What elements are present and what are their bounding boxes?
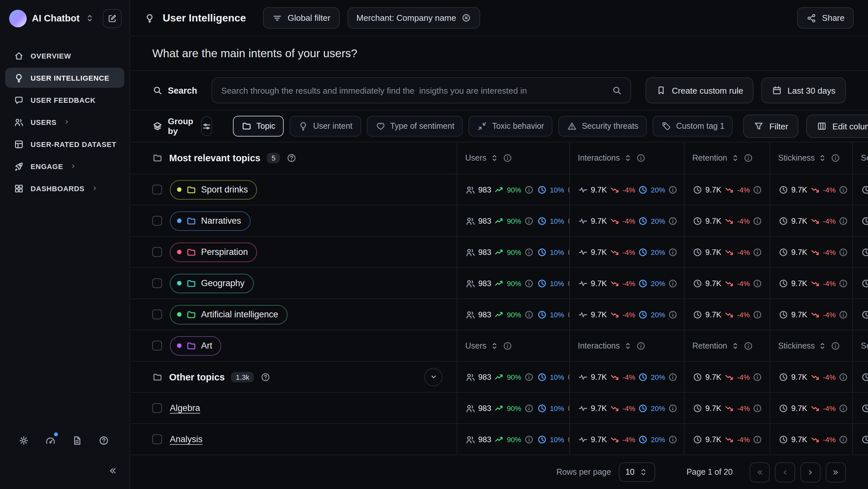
help-icon[interactable] xyxy=(260,371,271,382)
sort-icon[interactable] xyxy=(622,153,633,163)
trend-down-icon xyxy=(810,216,820,226)
table-row[interactable]: Artificial intelligence 983 90% 10% xyxy=(130,298,868,330)
clock-icon xyxy=(638,278,648,288)
sort-icon[interactable] xyxy=(489,340,499,351)
app-root: AI Chatbot OVERVIEW USER INTELLIGENCE xyxy=(0,0,868,489)
sort-icon[interactable] xyxy=(622,340,633,351)
topic-pill[interactable]: Narratives xyxy=(170,211,250,230)
share-button[interactable]: Share xyxy=(797,7,854,29)
group-by-chip[interactable]: User intent xyxy=(289,116,361,136)
search-icon[interactable] xyxy=(612,85,622,96)
topic-name[interactable]: Algebra xyxy=(170,403,200,413)
page-question: What are the main intents of your users? xyxy=(152,46,357,60)
table-row[interactable]: Narratives 983 90% 10% xyxy=(130,205,868,236)
clock-icon xyxy=(692,278,703,288)
topic-pill[interactable]: Perspiration xyxy=(170,242,257,262)
sort-icon[interactable] xyxy=(730,153,740,163)
sidebar-collapse-button[interactable] xyxy=(102,460,123,481)
chip-icon xyxy=(375,121,385,131)
compose-button[interactable] xyxy=(103,9,122,28)
topic-pill[interactable]: Sport drinks xyxy=(170,180,257,199)
group-by-chip[interactable]: Custom tag 1 xyxy=(653,116,733,136)
sort-icon[interactable] xyxy=(489,153,499,163)
trend-up-icon xyxy=(494,309,504,320)
table-row[interactable]: Art Users Interactions Retention xyxy=(130,330,868,361)
folder-icon xyxy=(186,184,196,195)
row-checkbox[interactable] xyxy=(152,341,162,351)
sidebar-tool-button[interactable] xyxy=(40,430,61,451)
group-by-chip[interactable]: Toxic behavior xyxy=(469,116,553,136)
sidebar-tool-button[interactable] xyxy=(13,430,34,451)
edit-columns-button[interactable]: Edit columns xyxy=(807,115,868,138)
chevrons-right-icon xyxy=(832,468,840,476)
sort-icon[interactable] xyxy=(817,340,828,351)
sidebar-item[interactable]: USER INTELLIGENCE xyxy=(5,68,124,88)
users-icon xyxy=(465,278,476,288)
expand-other-topics-button[interactable] xyxy=(424,368,442,386)
group-by-chip[interactable]: Security threats xyxy=(558,116,647,136)
row-checkbox[interactable] xyxy=(152,403,162,413)
topic-pill[interactable]: Artificial intelligence xyxy=(170,305,287,324)
clock-icon xyxy=(638,371,648,382)
row-checkbox[interactable] xyxy=(152,247,162,257)
row-checkbox[interactable] xyxy=(152,185,162,194)
row-checkbox[interactable] xyxy=(152,278,162,288)
interactions-share: 20% xyxy=(651,217,665,225)
clock-icon xyxy=(778,371,788,382)
table-row[interactable]: Geography 983 90% 10% xyxy=(130,267,868,298)
merchant-filter-chip[interactable]: Merchant: Company name xyxy=(347,7,480,29)
topic-name: Art xyxy=(201,341,212,351)
group-by-chip[interactable]: Type of sentiment xyxy=(367,116,463,136)
topic-name: Geography xyxy=(201,278,245,288)
workspace-switcher-icon[interactable] xyxy=(85,13,95,24)
table-row[interactable]: Algebra 983 90% 10% 9.7K xyxy=(130,392,868,423)
help-icon[interactable] xyxy=(287,153,297,163)
topic-pill[interactable]: Art xyxy=(170,336,222,355)
topic-color-dot xyxy=(177,281,182,286)
row-checkbox[interactable] xyxy=(152,434,162,444)
row-checkbox[interactable] xyxy=(152,309,162,319)
search-input[interactable] xyxy=(212,86,631,95)
sidebar-tool-button[interactable] xyxy=(93,430,115,451)
remove-filter-icon[interactable] xyxy=(461,13,471,23)
sort-icon[interactable] xyxy=(817,153,828,163)
info-icon xyxy=(838,216,849,226)
users-share: 10% xyxy=(550,373,564,381)
other-topics-row[interactable]: Other topics 1.3k 983 90% 10% xyxy=(130,361,868,392)
row-checkbox[interactable] xyxy=(152,216,162,226)
date-range-button[interactable]: Last 30 days xyxy=(762,77,846,103)
trend-down-icon xyxy=(724,247,734,257)
sidebar-item[interactable]: USERS xyxy=(5,112,124,132)
sidebar-tool-button[interactable] xyxy=(66,430,88,451)
clock-icon xyxy=(778,309,788,320)
retention-value: 9.7K xyxy=(705,185,721,194)
table-row[interactable]: Analysis 983 90% 10% 9.7K xyxy=(130,423,868,455)
column-header-stickiness: Stickiness xyxy=(778,154,815,163)
next-page-button[interactable] xyxy=(800,462,820,482)
group-by-settings-button[interactable] xyxy=(201,117,212,136)
first-page-button[interactable] xyxy=(750,462,770,482)
rows-per-page-select[interactable]: 10 xyxy=(619,462,655,482)
group-by-chip[interactable]: Topic xyxy=(233,116,284,136)
sort-icon[interactable] xyxy=(730,340,740,351)
sidebar-item[interactable]: USER-RATED DATASET xyxy=(5,134,124,154)
info-icon xyxy=(636,153,646,163)
info-icon xyxy=(838,184,849,195)
global-filter-button[interactable]: Global filter xyxy=(263,7,340,29)
topic-name[interactable]: Analysis xyxy=(170,434,203,444)
retention-growth: -4% xyxy=(737,248,750,256)
sidebar-item[interactable]: ENGAGE xyxy=(5,156,124,176)
table-row[interactable]: Perspiration 983 90% 10% xyxy=(130,236,868,267)
trend-down-icon xyxy=(810,184,820,195)
topic-pill[interactable]: Geography xyxy=(170,273,254,293)
filter-button[interactable]: Filter xyxy=(743,115,799,138)
prev-page-button[interactable] xyxy=(775,462,795,482)
sidebar-item[interactable]: DASHBOARDS xyxy=(5,178,124,198)
sidebar-item[interactable]: OVERVIEW xyxy=(5,45,124,66)
table-row[interactable]: Sport drinks 983 90% 10% xyxy=(130,174,868,205)
users-icon xyxy=(465,403,476,413)
last-page-button[interactable] xyxy=(826,462,846,482)
create-custom-rule-button[interactable]: Create custom rule xyxy=(646,77,754,103)
sidebar-item[interactable]: USER FEEDBACK xyxy=(5,90,124,110)
interactions-value: 9.7K xyxy=(591,279,607,288)
